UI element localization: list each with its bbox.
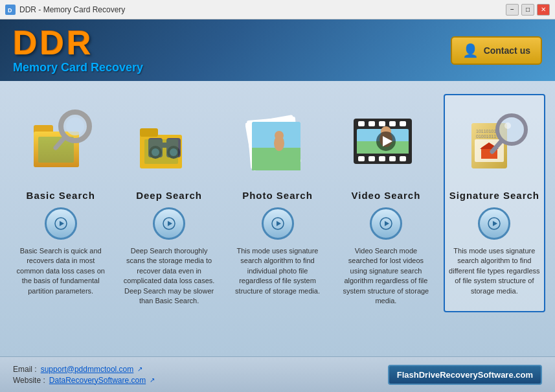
app-icon: D [5, 5, 16, 15]
deep-search-play[interactable] [153, 207, 185, 240]
basic-search-card[interactable]: Basic Search Basic Search is quick and r… [10, 94, 111, 312]
svg-text:01001011: 01001011 [476, 134, 496, 139]
email-ext-icon: ↗ [137, 365, 142, 373]
signature-search-play[interactable] [478, 207, 510, 240]
photo-search-icon-area [232, 100, 323, 185]
signature-search-label: Signature Search [449, 190, 539, 201]
deep-search-desc: Deep Search thoroughly scans the storage… [123, 246, 214, 306]
video-search-icon [350, 106, 422, 180]
basic-search-icon-area [15, 100, 106, 185]
svg-rect-36 [368, 121, 375, 126]
svg-rect-29 [252, 163, 300, 170]
svg-text:D: D [8, 7, 12, 14]
basic-search-play[interactable] [45, 207, 77, 240]
window-title: DDR - Memory Card Recovery [19, 5, 125, 14]
contact-icon: 👤 [462, 43, 479, 58]
signature-search-icon: 10110101 01001011 [459, 104, 530, 181]
svg-marker-64 [493, 221, 497, 226]
signature-search-desc: This mode uses signature search algorith… [449, 246, 540, 296]
svg-marker-52 [385, 221, 389, 226]
search-grid: Basic Search Basic Search is quick and r… [10, 94, 545, 312]
basic-search-desc: Basic Search is quick and recovers data … [15, 246, 106, 296]
svg-rect-38 [389, 121, 396, 126]
logo-subtitle: Memory Card Recovery [13, 61, 143, 75]
photo-search-desc: This mode uses signature search algorith… [232, 246, 323, 296]
svg-point-7 [66, 117, 84, 135]
photo-search-play[interactable] [262, 207, 294, 240]
email-label: Email : [13, 365, 37, 374]
deep-search-card[interactable]: Deep Search Deep Search thoroughly scans… [118, 94, 220, 312]
website-label: Website : [13, 376, 45, 385]
photo-search-card[interactable]: Photo Search This mode uses signature se… [227, 94, 328, 312]
svg-rect-20 [144, 139, 178, 164]
website-ext-icon: ↗ [150, 376, 155, 384]
svg-marker-10 [60, 221, 64, 226]
svg-point-31 [275, 131, 284, 140]
header-left: DDR Memory Card Recovery [13, 26, 143, 75]
svg-rect-43 [389, 156, 396, 161]
footer: Email : support@pddmmctool.com ↗ Website… [0, 356, 555, 392]
svg-rect-42 [379, 156, 385, 161]
titlebar: D DDR - Memory Card Recovery − □ ✕ [0, 0, 555, 19]
svg-rect-41 [368, 156, 375, 161]
photo-search-icon [245, 106, 310, 180]
video-search-label: Video Search [352, 190, 421, 201]
footer-brand: FlashDriveRecoverySoftware.com [388, 365, 542, 385]
video-search-desc: Video Search mode searched for lost vide… [340, 246, 431, 306]
minimize-button[interactable]: − [506, 4, 519, 16]
svg-point-62 [504, 122, 511, 129]
svg-rect-40 [358, 156, 365, 161]
maximize-button[interactable]: □ [521, 4, 534, 16]
website-link[interactable]: DataRecoverySoftware.com [49, 376, 146, 385]
svg-rect-39 [400, 121, 406, 126]
deep-search-label: Deep Search [136, 190, 202, 201]
website-row: Website : DataRecoverySoftware.com ↗ [13, 376, 155, 385]
basic-search-label: Basic Search [27, 190, 95, 201]
signature-search-card[interactable]: 10110101 01001011 Signature Search This … [444, 94, 545, 312]
svg-rect-12 [140, 128, 158, 137]
video-search-icon-area [340, 100, 431, 185]
email-row: Email : support@pddmmctool.com ↗ [13, 365, 155, 374]
contact-label: Contact us [484, 45, 530, 56]
header: DDR Memory Card Recovery 👤 Contact us [0, 19, 555, 81]
svg-marker-22 [168, 221, 172, 226]
contact-button[interactable]: 👤 Contact us [451, 36, 542, 65]
svg-marker-33 [277, 221, 281, 226]
main-content: Basic Search Basic Search is quick and r… [0, 81, 555, 356]
video-search-card[interactable]: Video Search Video Search mode searched … [335, 94, 436, 312]
svg-rect-35 [358, 121, 365, 126]
signature-search-icon-area: 10110101 01001011 [449, 100, 540, 185]
footer-links: Email : support@pddmmctool.com ↗ Website… [13, 365, 155, 385]
svg-rect-37 [379, 121, 385, 126]
deep-search-icon-area [123, 100, 214, 185]
svg-text:10110101: 10110101 [476, 129, 496, 133]
email-link[interactable]: support@pddmmctool.com [41, 365, 134, 374]
photo-search-label: Photo Search [242, 190, 313, 201]
titlebar-left: D DDR - Memory Card Recovery [5, 5, 125, 15]
svg-rect-44 [400, 156, 406, 161]
window-controls: − □ ✕ [506, 4, 550, 16]
logo-ddr: DDR [13, 26, 143, 60]
video-search-play[interactable] [370, 207, 402, 240]
close-button[interactable]: ✕ [537, 4, 550, 16]
deep-search-icon [137, 106, 201, 180]
basic-search-icon [28, 106, 93, 180]
